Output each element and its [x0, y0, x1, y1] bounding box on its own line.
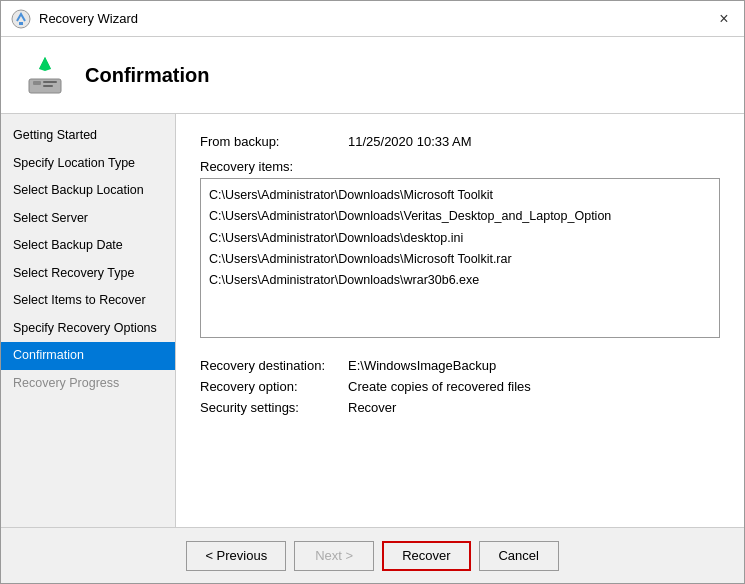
security-settings-label: Security settings:: [200, 400, 340, 415]
sidebar-item-select-recovery-type[interactable]: Select Recovery Type: [1, 260, 175, 288]
sidebar-item-specify-location-type[interactable]: Specify Location Type: [1, 150, 175, 178]
security-settings-row: Security settings: Recover: [200, 400, 720, 415]
svg-rect-4: [43, 81, 57, 83]
wizard-icon: [21, 51, 69, 99]
recovery-destination-label: Recovery destination:: [200, 358, 340, 373]
footer: < Previous Next > Recover Cancel: [1, 527, 744, 583]
recovery-item: C:\Users\Administrator\Downloads\Microso…: [209, 249, 711, 270]
recovery-item: C:\Users\Administrator\Downloads\Microso…: [209, 185, 711, 206]
sidebar-item-getting-started[interactable]: Getting Started: [1, 122, 175, 150]
content-area: Getting StartedSpecify Location TypeSele…: [1, 114, 744, 527]
recovery-destination-value: E:\WindowsImageBackup: [348, 358, 496, 373]
recovery-option-label: Recovery option:: [200, 379, 340, 394]
bottom-fields: Recovery destination: E:\WindowsImageBac…: [200, 358, 720, 415]
close-button[interactable]: ×: [714, 9, 734, 29]
main-content: From backup: 11/25/2020 10:33 AM Recover…: [176, 114, 744, 527]
sidebar-item-select-items-to-recover[interactable]: Select Items to Recover: [1, 287, 175, 315]
security-settings-value: Recover: [348, 400, 396, 415]
recovery-items-label: Recovery items:: [200, 159, 720, 174]
sidebar-item-recovery-progress: Recovery Progress: [1, 370, 175, 398]
sidebar-item-select-backup-location[interactable]: Select Backup Location: [1, 177, 175, 205]
svg-rect-1: [19, 22, 23, 25]
sidebar-item-specify-recovery-options[interactable]: Specify Recovery Options: [1, 315, 175, 343]
header-area: Confirmation: [1, 37, 744, 114]
recovery-item: C:\Users\Administrator\Downloads\wrar30b…: [209, 270, 711, 291]
previous-button[interactable]: < Previous: [186, 541, 286, 571]
title-bar: Recovery Wizard ×: [1, 1, 744, 37]
recovery-option-value: Create copies of recovered files: [348, 379, 531, 394]
svg-rect-5: [43, 85, 53, 87]
sidebar: Getting StartedSpecify Location TypeSele…: [1, 114, 176, 527]
recovery-option-row: Recovery option: Create copies of recove…: [200, 379, 720, 394]
cancel-button[interactable]: Cancel: [479, 541, 559, 571]
svg-rect-3: [33, 81, 41, 85]
sidebar-item-select-backup-date[interactable]: Select Backup Date: [1, 232, 175, 260]
sidebar-item-confirmation[interactable]: Confirmation: [1, 342, 175, 370]
recovery-destination-row: Recovery destination: E:\WindowsImageBac…: [200, 358, 720, 373]
from-backup-label: From backup:: [200, 134, 340, 149]
page-title: Confirmation: [85, 64, 209, 87]
from-backup-value: 11/25/2020 10:33 AM: [348, 134, 472, 149]
title-bar-text: Recovery Wizard: [39, 11, 714, 26]
recovery-wizard-window: Recovery Wizard × Confirmation Getting S…: [0, 0, 745, 584]
from-backup-row: From backup: 11/25/2020 10:33 AM: [200, 134, 720, 149]
recovery-item: C:\Users\Administrator\Downloads\Veritas…: [209, 206, 711, 227]
next-button[interactable]: Next >: [294, 541, 374, 571]
recovery-items-box: C:\Users\Administrator\Downloads\Microso…: [200, 178, 720, 338]
title-bar-icon: [11, 9, 31, 29]
recovery-items-section: Recovery items: C:\Users\Administrator\D…: [200, 159, 720, 338]
recovery-item: C:\Users\Administrator\Downloads\desktop…: [209, 228, 711, 249]
sidebar-item-select-server[interactable]: Select Server: [1, 205, 175, 233]
recover-button[interactable]: Recover: [382, 541, 470, 571]
